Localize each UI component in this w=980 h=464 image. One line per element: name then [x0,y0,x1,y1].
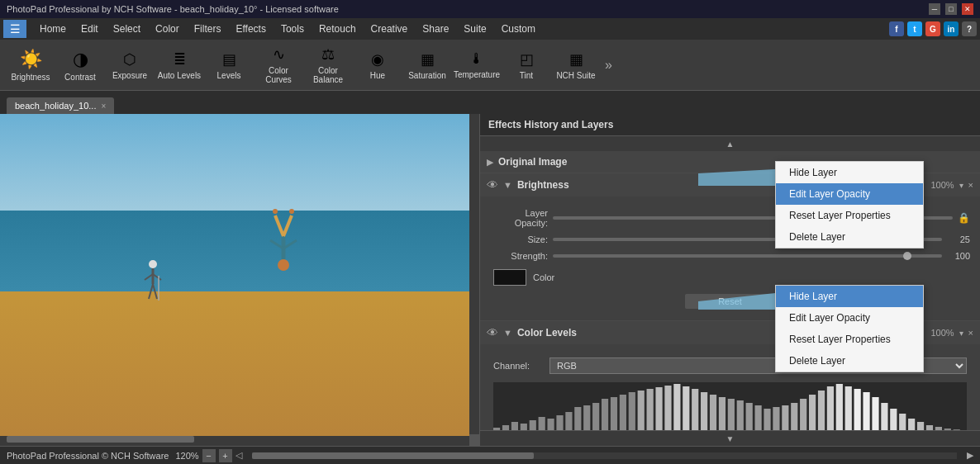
canvas-area[interactable] [0,114,479,446]
status-scroll-thumb[interactable] [252,452,534,459]
tool-saturation[interactable]: ▦ Saturation [403,43,451,88]
zoom-in-button[interactable]: + [219,449,232,462]
tool-brightness[interactable]: ☀️ Brightness [7,43,55,88]
strength-thumb[interactable] [903,252,911,260]
size-value: 25 [947,234,970,244]
opacity-label: Layer Opacity: [490,208,548,228]
panel-title: Effects History and Layers [488,119,613,130]
toolbar-more-button[interactable]: » [602,58,616,73]
linkedin-icon[interactable]: in [944,21,959,36]
canvas-vertical-scrollbar[interactable] [469,114,479,434]
panel-header: Effects History and Layers [480,114,980,136]
brightness-color-swatch[interactable] [493,269,526,286]
brightness-percent-dropdown[interactable]: ▾ [959,181,963,190]
svg-rect-66 [954,429,960,430]
context-reset-props-upper[interactable]: Reset Layer Properties [776,205,923,226]
svg-rect-37 [692,389,698,430]
menu-item-retouch[interactable]: Retouch [312,21,363,37]
zoom-value: 120% [175,451,198,461]
twitter-icon[interactable]: t [907,21,922,36]
brightness-eye-icon[interactable]: 👁 [487,178,498,192]
context-reset-props-lower[interactable]: Reset Layer Properties [776,329,923,350]
tool-auto-levels[interactable]: ≣ Auto Levels [155,43,203,88]
menu-right-icons: f t G in ? [889,21,977,36]
brightness-reset-button[interactable]: Reset [685,294,775,309]
menu-item-effects[interactable]: Effects [229,21,272,37]
scroll-down-icon: ▼ [726,434,735,443]
exposure-icon: ⬡ [123,50,136,69]
brightness-layer-close[interactable]: × [968,180,973,190]
svg-line-12 [149,284,153,299]
tool-exposure[interactable]: ⬡ Exposure [106,43,154,88]
context-hide-layer-upper[interactable]: Hide Layer [776,162,923,183]
strength-label: Strength: [490,251,548,261]
svg-rect-55 [854,389,861,430]
tool-color-balance[interactable]: ⚖ Color Balance [304,43,352,88]
context-menu-lower: Hide Layer Edit Layer Opacity Reset Laye… [775,285,924,372]
tool-hue[interactable]: ◉ Hue [354,43,402,88]
maximize-button[interactable]: □ [945,3,957,15]
context-edit-opacity-lower[interactable]: Edit Layer Opacity [776,307,923,329]
svg-rect-40 [719,397,725,430]
svg-rect-52 [827,386,834,430]
google-icon[interactable]: G [925,21,940,36]
svg-rect-49 [800,399,806,430]
color-levels-eye-icon[interactable]: 👁 [487,326,498,339]
status-right-arrow[interactable]: ▶ [967,450,973,461]
tab-close-button[interactable]: × [101,102,106,111]
tool-tint[interactable]: ◰ Tint [502,43,550,88]
tint-icon: ◰ [520,50,534,69]
context-edit-opacity-upper[interactable]: Edit Layer Opacity [776,183,923,205]
panel-scroll-down[interactable]: ▼ [480,430,980,446]
menu-item-suite[interactable]: Suite [457,21,492,37]
histogram [493,382,967,430]
svg-rect-27 [602,399,608,430]
svg-line-5 [283,215,292,236]
handstand-person [258,178,307,286]
zoom-fit-icon[interactable]: ◁ [235,450,242,461]
tab-beach-holiday[interactable]: beach_holiday_10... × [7,97,114,114]
zoom-out-button[interactable]: − [202,449,216,462]
menu-item-creative[interactable]: Creative [364,21,415,37]
svg-rect-47 [782,405,788,430]
menu-item-filters[interactable]: Filters [188,21,228,37]
context-menu-upper: Hide Layer Edit Layer Opacity Reset Laye… [775,161,924,249]
color-levels-close[interactable]: × [968,328,973,338]
hamburger-menu[interactable]: ☰ [3,20,26,38]
minimize-button[interactable]: ─ [929,3,940,15]
nch-suite-icon: ▦ [569,50,583,69]
menu-item-custom[interactable]: Custom [495,21,542,37]
color-levels-percent-dropdown[interactable]: ▾ [959,329,963,338]
panel-scroll-up[interactable]: ▲ [480,136,980,151]
svg-rect-62 [917,422,924,430]
help-icon[interactable]: ? [962,21,977,36]
context-delete-layer-lower[interactable]: Delete Layer [776,350,923,372]
contrast-icon: ◑ [73,49,88,70]
canvas-horizontal-scrollbar[interactable] [0,436,469,446]
context-delete-layer-upper[interactable]: Delete Layer [776,226,923,248]
menu-item-color[interactable]: Color [149,21,186,37]
tool-contrast[interactable]: ◑ Contrast [56,43,104,88]
tab-bar: beach_holiday_10... × [0,91,980,114]
tool-nch-suite[interactable]: ▦ NCH Suite [552,43,600,88]
close-button[interactable]: ✕ [962,3,973,15]
tool-color-curves[interactable]: ∿ Color Curves [255,43,302,88]
svg-rect-44 [755,405,762,430]
tool-temperature[interactable]: 🌡 Temperature [453,43,501,88]
svg-rect-45 [764,409,770,430]
canvas-horizontal-scroll-thumb[interactable] [7,436,194,443]
menu-item-select[interactable]: Select [107,21,147,37]
temperature-icon: 🌡 [469,50,484,68]
color-curves-icon: ∿ [273,45,285,64]
menu-item-tools[interactable]: Tools [274,21,311,37]
context-hide-layer-lower[interactable]: Hide Layer [776,286,923,307]
status-scroll-bar[interactable] [252,452,957,459]
facebook-icon[interactable]: f [889,21,904,36]
svg-point-0 [278,259,289,271]
menu-item-edit[interactable]: Edit [74,21,105,37]
strength-track[interactable] [553,254,942,258]
menu-item-home[interactable]: Home [33,21,73,37]
menu-item-share[interactable]: Share [416,21,455,37]
tool-levels[interactable]: ▤ Levels [205,43,253,88]
svg-rect-65 [944,428,951,430]
